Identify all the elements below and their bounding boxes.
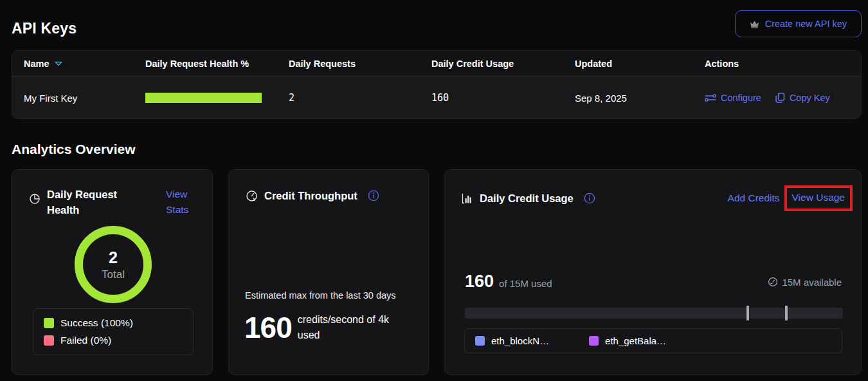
view-usage-link[interactable]: View Usage — [792, 192, 845, 203]
table-header-row: Name Daily Request Health % Daily Reques… — [12, 51, 861, 77]
view-stats-link[interactable]: View Stats — [166, 187, 199, 218]
daily-credit-usage-card: Daily Credit Usage Add Credits View Usag… — [444, 169, 862, 375]
info-icon[interactable] — [584, 192, 595, 204]
column-header-updated: Updated — [575, 59, 705, 69]
dashboard-page: API Keys Create new API key Name Daily R… — [0, 0, 868, 381]
actions-cell: Configure Copy Key — [705, 93, 861, 103]
crown-icon — [750, 20, 759, 28]
column-header-name[interactable]: Name — [24, 59, 145, 69]
eth-getbalance-label: eth_getBala… — [605, 335, 666, 346]
gauge-icon — [246, 190, 258, 202]
sort-chevron-icon — [55, 61, 62, 66]
add-credits-link[interactable]: Add Credits — [728, 190, 780, 206]
usage-card-title: Daily Credit Usage — [480, 190, 574, 206]
column-header-actions: Actions — [705, 59, 861, 69]
failed-label: Failed (0%) — [60, 335, 111, 346]
column-header-requests: Daily Requests — [289, 59, 431, 69]
health-legend: Success (100%) Failed (0%) — [33, 308, 194, 355]
donut-total-label: Total — [102, 268, 125, 281]
daily-requests-value: 2 — [289, 92, 431, 104]
configure-button[interactable]: Configure — [705, 93, 761, 103]
progress-marker-2 — [785, 306, 788, 321]
throughput-unit: credits/second of 4k used — [298, 312, 404, 343]
create-api-key-label: Create new API key — [765, 19, 847, 29]
progress-marker-1 — [746, 306, 749, 321]
credits-used-suffix: of 15M used — [499, 278, 552, 289]
page-title: API Keys — [12, 20, 77, 37]
throughput-value-row: 160 credits/second of 4k used — [244, 310, 404, 345]
credit-usage-progress-bar — [465, 308, 843, 319]
throughput-card-title: Credit Throughput — [264, 188, 357, 203]
configure-label: Configure — [721, 93, 761, 103]
eth-getbalance-swatch — [589, 336, 599, 346]
throughput-card-header: Credit Throughput — [246, 188, 379, 203]
analytics-section-title: Analytics Overview — [12, 142, 136, 157]
daily-credit-usage-value: 160 — [431, 92, 575, 104]
usage-summary-row: 160 of 15M used 15M available — [465, 272, 842, 292]
health-bar-cell — [145, 93, 289, 103]
usage-legend: eth_blockN… eth_getBala… — [464, 328, 842, 353]
legend-item-eth-getbalance: eth_getBala… — [589, 335, 666, 346]
info-icon[interactable] — [368, 190, 379, 201]
annotation-highlight-box: View Usage — [784, 185, 853, 211]
column-header-health: Daily Request Health % — [145, 59, 289, 69]
copy-icon — [775, 93, 785, 103]
bar-chart-icon — [462, 193, 473, 204]
credit-throughput-card: Credit Throughput Estimated max from the… — [228, 169, 429, 375]
credits-available: 15M available — [768, 277, 842, 288]
success-label: Success (100%) — [60, 317, 133, 329]
health-card-header: Daily Request Health View Stats — [29, 187, 199, 218]
usage-card-title-group: Daily Credit Usage — [462, 190, 595, 206]
updated-value: Sep 8, 2025 — [575, 93, 705, 104]
eth-blocknumber-swatch — [475, 336, 485, 346]
sliders-icon — [705, 93, 716, 102]
api-key-name: My First Key — [24, 93, 145, 104]
table-row: My First Key 2 160 Sep 8, 2025 Configure — [12, 77, 861, 119]
failed-swatch — [44, 335, 54, 346]
daily-request-health-card: Daily Request Health View Stats 2 Total … — [12, 169, 213, 375]
legend-item-success: Success (100%) — [44, 317, 183, 329]
column-header-name-label: Name — [24, 59, 50, 69]
donut-total-value: 2 — [109, 248, 118, 267]
throughput-subtitle: Estimated max from the last 30 days — [245, 290, 396, 301]
api-keys-table: Name Daily Request Health % Daily Reques… — [12, 50, 862, 119]
usage-card-header: Daily Credit Usage Add Credits View Usag… — [462, 185, 853, 211]
copy-key-label: Copy Key — [790, 93, 830, 103]
credits-available-label: 15M available — [782, 277, 842, 288]
health-card-title: Daily Request Health — [47, 187, 128, 218]
credits-used-value: 160 — [465, 272, 494, 292]
copy-key-button[interactable]: Copy Key — [775, 93, 830, 103]
request-health-donut-chart: 2 Total — [75, 226, 152, 303]
eth-blocknumber-label: eth_blockN… — [491, 335, 549, 346]
legend-item-eth-blocknumber: eth_blockN… — [475, 335, 549, 346]
health-bar-track — [145, 93, 262, 103]
meter-icon — [768, 277, 778, 287]
pie-chart-icon — [29, 193, 41, 218]
health-bar-fill — [145, 93, 262, 103]
legend-item-failed: Failed (0%) — [44, 335, 183, 346]
throughput-value: 160 — [244, 310, 292, 345]
success-swatch — [44, 318, 54, 328]
create-api-key-button[interactable]: Create new API key — [735, 10, 862, 37]
column-header-credit-usage: Daily Credit Usage — [431, 59, 575, 69]
usage-card-links: Add Credits View Usage — [728, 185, 853, 211]
